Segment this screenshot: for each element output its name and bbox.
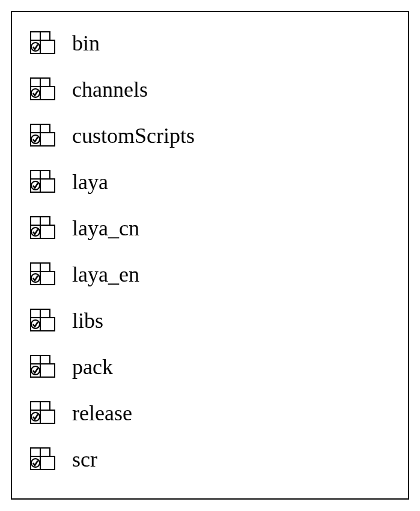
svg-point-9 <box>31 89 40 97</box>
svg-point-44 <box>31 413 40 421</box>
svg-rect-22 <box>40 225 55 238</box>
folder-item-customscripts[interactable]: customScripts <box>30 122 390 149</box>
svg-rect-42 <box>40 410 55 423</box>
folder-label: scr <box>72 449 97 470</box>
folder-icon <box>30 124 56 148</box>
svg-rect-6 <box>40 78 50 86</box>
svg-point-29 <box>31 274 40 282</box>
folder-icon <box>30 77 56 101</box>
folder-item-channels[interactable]: channels <box>30 76 390 103</box>
svg-point-24 <box>31 228 40 236</box>
svg-rect-41 <box>40 402 50 410</box>
svg-rect-16 <box>40 171 50 179</box>
svg-rect-40 <box>31 402 40 410</box>
svg-rect-2 <box>40 40 55 53</box>
svg-point-19 <box>31 181 40 190</box>
folder-label: channels <box>72 79 148 100</box>
svg-rect-36 <box>40 355 50 364</box>
svg-point-34 <box>31 320 40 328</box>
svg-rect-37 <box>40 364 55 377</box>
folder-item-libs[interactable]: libs <box>30 307 390 334</box>
folder-label: laya <box>72 171 108 193</box>
folder-icon <box>30 31 56 55</box>
svg-rect-45 <box>31 448 40 456</box>
svg-rect-0 <box>31 32 40 40</box>
svg-rect-31 <box>40 309 50 318</box>
folder-list: bin channels <box>30 30 390 473</box>
folder-item-bin[interactable]: bin <box>30 30 390 56</box>
folder-icon <box>30 170 56 194</box>
folder-label: release <box>72 402 132 424</box>
svg-rect-21 <box>40 217 50 225</box>
folder-icon <box>30 447 56 471</box>
folder-label: bin <box>72 32 100 54</box>
svg-point-4 <box>31 43 40 51</box>
svg-rect-30 <box>31 309 40 318</box>
folder-label: pack <box>72 356 113 378</box>
svg-rect-12 <box>40 133 55 146</box>
svg-rect-35 <box>31 355 40 364</box>
folder-item-laya-en[interactable]: laya_en <box>30 261 390 288</box>
svg-rect-5 <box>31 78 40 86</box>
folder-icon <box>30 355 56 379</box>
svg-rect-32 <box>40 318 55 331</box>
folder-item-laya[interactable]: laya <box>30 169 390 195</box>
svg-rect-20 <box>31 217 40 225</box>
folder-icon <box>30 309 56 333</box>
svg-rect-25 <box>31 263 40 271</box>
svg-point-14 <box>31 135 40 144</box>
folder-panel: bin channels <box>11 11 409 500</box>
folder-label: laya_cn <box>72 217 139 239</box>
svg-rect-15 <box>31 171 40 179</box>
folder-icon <box>30 401 56 425</box>
svg-rect-10 <box>31 124 40 133</box>
folder-label: libs <box>72 310 103 331</box>
folder-label: customScripts <box>72 125 195 147</box>
svg-point-49 <box>31 459 40 467</box>
svg-rect-11 <box>40 124 50 133</box>
svg-rect-47 <box>40 456 55 470</box>
folder-icon <box>30 262 56 286</box>
svg-point-39 <box>31 366 40 375</box>
svg-rect-26 <box>40 263 50 271</box>
svg-rect-17 <box>40 179 55 192</box>
folder-label: laya_en <box>72 264 139 285</box>
folder-item-laya-cn[interactable]: laya_cn <box>30 215 390 241</box>
svg-rect-7 <box>40 86 55 100</box>
svg-rect-1 <box>40 32 50 40</box>
svg-rect-46 <box>40 448 50 456</box>
folder-icon <box>30 216 56 240</box>
folder-item-pack[interactable]: pack <box>30 354 390 380</box>
svg-rect-27 <box>40 271 55 285</box>
folder-item-release[interactable]: release <box>30 400 390 426</box>
folder-item-scr[interactable]: scr <box>30 446 390 473</box>
